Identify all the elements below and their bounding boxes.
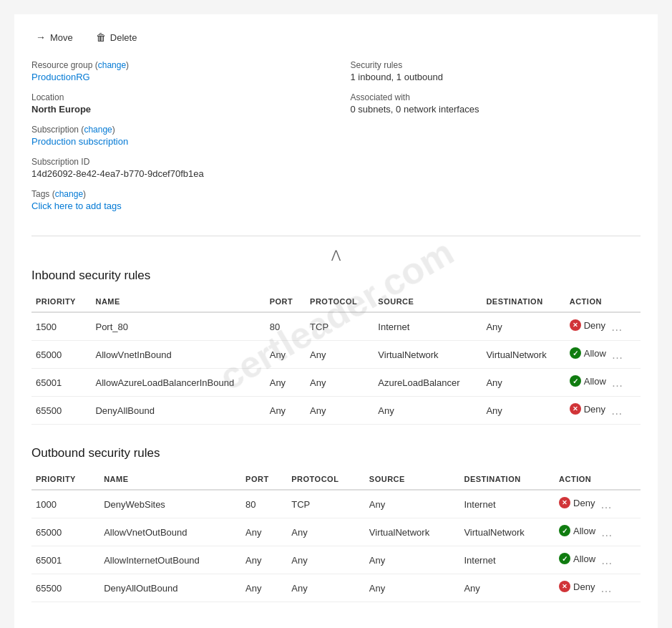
inbound-col-source: SOURCE [374,293,482,312]
cell-source: Any [365,546,460,574]
cell-priority: 65500 [31,397,91,425]
cell-destination: VirtualNetwork [482,341,565,369]
cell-action: Allow … [555,518,641,546]
subscription-value[interactable]: Production subscription [31,136,128,147]
row-more-button[interactable]: … [598,554,613,566]
table-row[interactable]: 65000 AllowVnetOutBound Any Any VirtualN… [31,518,641,546]
inbound-col-protocol: PROTOCOL [306,293,374,312]
cell-destination: Any [482,312,565,341]
cell-source: VirtualNetwork [365,518,460,546]
cell-port: 80 [266,312,306,341]
cell-name: AllowVnetOutBound [99,518,241,546]
cell-priority: 1500 [31,312,91,341]
cell-protocol: Any [306,397,374,425]
resource-group-value[interactable]: ProductionRG [31,72,90,82]
row-more-button[interactable]: … [608,405,623,417]
row-more-button[interactable]: … [608,377,623,389]
cell-priority: 65001 [31,546,99,574]
cell-action: Deny … [555,490,641,518]
table-row[interactable]: 65001 AllowAzureLoadBalancerInBound Any … [31,369,641,397]
tags-add-link[interactable]: Click here to add tags [31,201,122,211]
inbound-section: Inbound security rules PRIORITY NAME POR… [31,269,641,425]
outbound-table: PRIORITY NAME PORT PROTOCOL SOURCE DESTI… [31,470,641,602]
cell-port: Any [266,397,306,425]
table-row[interactable]: 1000 DenyWebSites 80 TCP Any Internet De… [31,490,641,518]
inbound-table: PRIORITY NAME PORT PROTOCOL SOURCE DESTI… [31,293,641,425]
cell-port: Any [241,574,287,602]
cell-source: Any [365,574,460,602]
row-more-button[interactable]: … [598,582,612,594]
security-rules-label: Security rules [351,60,641,70]
outbound-header-row: PRIORITY NAME PORT PROTOCOL SOURCE DESTI… [31,470,641,490]
subscription-item: Subscription (change) Production subscri… [31,125,322,147]
info-col-right: Security rules 1 inbound, 1 outbound Ass… [351,60,641,221]
table-row[interactable]: 65001 AllowInternetOutBound Any Any Any … [31,546,641,574]
row-more-button[interactable]: … [608,349,623,361]
cell-destination: VirtualNetwork [459,518,555,546]
table-row[interactable]: 65500 DenyAllBound Any Any Any Any Deny … [31,397,641,425]
outbound-col-destination: DESTINATION [459,470,555,490]
cell-name: DenyAllOutBound [99,574,241,602]
tags-change-link[interactable]: change [55,189,83,199]
subscription-label: Subscription (change) [31,125,322,135]
inbound-col-name: NAME [91,293,265,312]
cell-priority: 1000 [31,490,99,518]
location-label: Location [31,92,322,102]
cell-port: Any [241,518,287,546]
cell-name: AllowVnetInBound [91,341,265,369]
inbound-title: Inbound security rules [31,269,641,283]
collapse-icon[interactable]: ⋀ [31,248,641,261]
outbound-col-priority: PRIORITY [31,470,99,490]
associated-item: Associated with 0 subnets, 0 network int… [351,92,641,115]
inbound-col-destination: DESTINATION [482,293,565,312]
subscription-id-value: 14d26092-8e42-4ea7-b770-9dcef70fb1ea [31,168,322,179]
outbound-title: Outbound security rules [31,446,641,460]
delete-button[interactable]: 🗑 Delete [92,29,142,46]
location-item: Location North Europe [31,92,322,115]
delete-label: Delete [110,32,137,43]
cell-protocol: TCP [306,312,374,341]
cell-source: Any [374,397,482,425]
row-more-button[interactable]: … [598,498,612,511]
inbound-col-port: PORT [266,293,306,312]
cell-protocol: Any [287,546,365,574]
tags-label: Tags (change) [31,189,322,199]
delete-icon: 🗑 [96,32,106,43]
cell-name: DenyWebSites [99,490,241,518]
table-row[interactable]: 65500 DenyAllOutBound Any Any Any Any De… [31,574,641,602]
tags-item: Tags (change) Click here to add tags [31,189,322,211]
outbound-col-action: ACTION [555,470,641,490]
cell-port: Any [266,369,306,397]
outbound-section: Outbound security rules PRIORITY NAME PO… [31,446,641,602]
info-col-left: Resource group (change) ProductionRG Loc… [31,60,322,221]
row-more-button[interactable]: … [608,321,623,333]
subscription-id-label: Subscription ID [31,157,322,167]
cell-protocol: TCP [287,490,365,518]
cell-action: Allow … [565,369,641,397]
cell-source: AzureLoadBalancer [374,369,482,397]
cell-port: Any [266,341,306,369]
inbound-col-priority: PRIORITY [31,293,91,312]
divider [31,236,641,236]
cell-protocol: Any [306,369,374,397]
cell-destination: Any [482,369,565,397]
cell-destination: Any [482,397,565,425]
move-button[interactable]: → Move [31,29,77,46]
row-more-button[interactable]: … [598,526,613,538]
cell-priority: 65500 [31,574,99,602]
cell-action: Allow … [565,341,641,369]
cell-name: DenyAllBound [91,397,265,425]
resource-group-change-link[interactable]: change [98,60,126,70]
cell-destination: Internet [459,490,555,518]
resource-group-item: Resource group (change) ProductionRG [31,60,322,82]
table-row[interactable]: 1500 Port_80 80 TCP Internet Any Deny … [31,312,641,341]
cell-priority: 65000 [31,518,99,546]
cell-name: AllowAzureLoadBalancerInBound [91,369,265,397]
cell-source: Internet [374,312,482,341]
outbound-col-name: NAME [99,470,241,490]
subscription-change-link[interactable]: change [84,125,112,135]
table-row[interactable]: 65000 AllowVnetInBound Any Any VirtualNe… [31,341,641,369]
outbound-col-protocol: PROTOCOL [287,470,365,490]
cell-port: Any [241,546,287,574]
cell-protocol: Any [287,574,365,602]
